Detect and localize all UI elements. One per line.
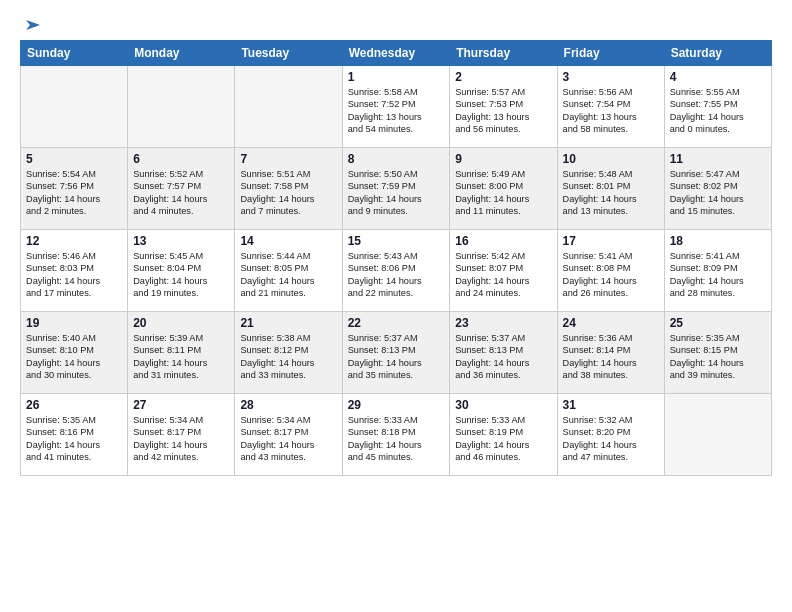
day-info: Sunrise: 5:52 AM Sunset: 7:57 PM Dayligh… bbox=[133, 168, 229, 218]
calendar-cell bbox=[235, 66, 342, 148]
calendar-cell: 7Sunrise: 5:51 AM Sunset: 7:58 PM Daylig… bbox=[235, 148, 342, 230]
day-number: 15 bbox=[348, 234, 445, 248]
calendar-cell: 22Sunrise: 5:37 AM Sunset: 8:13 PM Dayli… bbox=[342, 312, 450, 394]
day-info: Sunrise: 5:54 AM Sunset: 7:56 PM Dayligh… bbox=[26, 168, 122, 218]
day-info: Sunrise: 5:40 AM Sunset: 8:10 PM Dayligh… bbox=[26, 332, 122, 382]
day-info: Sunrise: 5:41 AM Sunset: 8:09 PM Dayligh… bbox=[670, 250, 766, 300]
calendar-cell: 26Sunrise: 5:35 AM Sunset: 8:16 PM Dayli… bbox=[21, 394, 128, 476]
calendar-cell: 1Sunrise: 5:58 AM Sunset: 7:52 PM Daylig… bbox=[342, 66, 450, 148]
calendar-cell: 30Sunrise: 5:33 AM Sunset: 8:19 PM Dayli… bbox=[450, 394, 557, 476]
day-info: Sunrise: 5:34 AM Sunset: 8:17 PM Dayligh… bbox=[133, 414, 229, 464]
day-info: Sunrise: 5:46 AM Sunset: 8:03 PM Dayligh… bbox=[26, 250, 122, 300]
day-info: Sunrise: 5:34 AM Sunset: 8:17 PM Dayligh… bbox=[240, 414, 336, 464]
weekday-header-sunday: Sunday bbox=[21, 41, 128, 66]
calendar-cell: 15Sunrise: 5:43 AM Sunset: 8:06 PM Dayli… bbox=[342, 230, 450, 312]
calendar-cell: 12Sunrise: 5:46 AM Sunset: 8:03 PM Dayli… bbox=[21, 230, 128, 312]
calendar: SundayMondayTuesdayWednesdayThursdayFrid… bbox=[20, 40, 772, 476]
day-number: 6 bbox=[133, 152, 229, 166]
header bbox=[20, 16, 772, 30]
weekday-header-row: SundayMondayTuesdayWednesdayThursdayFrid… bbox=[21, 41, 772, 66]
calendar-cell: 17Sunrise: 5:41 AM Sunset: 8:08 PM Dayli… bbox=[557, 230, 664, 312]
day-number: 2 bbox=[455, 70, 551, 84]
calendar-cell: 20Sunrise: 5:39 AM Sunset: 8:11 PM Dayli… bbox=[128, 312, 235, 394]
day-number: 13 bbox=[133, 234, 229, 248]
weekday-header-monday: Monday bbox=[128, 41, 235, 66]
calendar-cell bbox=[664, 394, 771, 476]
day-number: 12 bbox=[26, 234, 122, 248]
day-number: 7 bbox=[240, 152, 336, 166]
weekday-header-saturday: Saturday bbox=[664, 41, 771, 66]
day-info: Sunrise: 5:48 AM Sunset: 8:01 PM Dayligh… bbox=[563, 168, 659, 218]
calendar-cell: 14Sunrise: 5:44 AM Sunset: 8:05 PM Dayli… bbox=[235, 230, 342, 312]
day-number: 19 bbox=[26, 316, 122, 330]
day-info: Sunrise: 5:33 AM Sunset: 8:19 PM Dayligh… bbox=[455, 414, 551, 464]
calendar-cell: 13Sunrise: 5:45 AM Sunset: 8:04 PM Dayli… bbox=[128, 230, 235, 312]
day-info: Sunrise: 5:45 AM Sunset: 8:04 PM Dayligh… bbox=[133, 250, 229, 300]
day-info: Sunrise: 5:43 AM Sunset: 8:06 PM Dayligh… bbox=[348, 250, 445, 300]
weekday-header-friday: Friday bbox=[557, 41, 664, 66]
day-info: Sunrise: 5:55 AM Sunset: 7:55 PM Dayligh… bbox=[670, 86, 766, 136]
calendar-cell: 2Sunrise: 5:57 AM Sunset: 7:53 PM Daylig… bbox=[450, 66, 557, 148]
day-number: 1 bbox=[348, 70, 445, 84]
calendar-row-2: 5Sunrise: 5:54 AM Sunset: 7:56 PM Daylig… bbox=[21, 148, 772, 230]
day-number: 10 bbox=[563, 152, 659, 166]
day-number: 5 bbox=[26, 152, 122, 166]
day-number: 3 bbox=[563, 70, 659, 84]
day-info: Sunrise: 5:51 AM Sunset: 7:58 PM Dayligh… bbox=[240, 168, 336, 218]
calendar-cell: 28Sunrise: 5:34 AM Sunset: 8:17 PM Dayli… bbox=[235, 394, 342, 476]
day-number: 20 bbox=[133, 316, 229, 330]
day-info: Sunrise: 5:56 AM Sunset: 7:54 PM Dayligh… bbox=[563, 86, 659, 136]
day-info: Sunrise: 5:50 AM Sunset: 7:59 PM Dayligh… bbox=[348, 168, 445, 218]
calendar-cell: 16Sunrise: 5:42 AM Sunset: 8:07 PM Dayli… bbox=[450, 230, 557, 312]
day-number: 4 bbox=[670, 70, 766, 84]
day-number: 31 bbox=[563, 398, 659, 412]
day-number: 25 bbox=[670, 316, 766, 330]
calendar-cell: 4Sunrise: 5:55 AM Sunset: 7:55 PM Daylig… bbox=[664, 66, 771, 148]
logo bbox=[20, 16, 42, 30]
day-info: Sunrise: 5:47 AM Sunset: 8:02 PM Dayligh… bbox=[670, 168, 766, 218]
day-info: Sunrise: 5:38 AM Sunset: 8:12 PM Dayligh… bbox=[240, 332, 336, 382]
calendar-cell: 24Sunrise: 5:36 AM Sunset: 8:14 PM Dayli… bbox=[557, 312, 664, 394]
calendar-cell: 6Sunrise: 5:52 AM Sunset: 7:57 PM Daylig… bbox=[128, 148, 235, 230]
day-number: 21 bbox=[240, 316, 336, 330]
day-info: Sunrise: 5:35 AM Sunset: 8:15 PM Dayligh… bbox=[670, 332, 766, 382]
weekday-header-wednesday: Wednesday bbox=[342, 41, 450, 66]
day-info: Sunrise: 5:57 AM Sunset: 7:53 PM Dayligh… bbox=[455, 86, 551, 136]
day-number: 18 bbox=[670, 234, 766, 248]
calendar-cell: 23Sunrise: 5:37 AM Sunset: 8:13 PM Dayli… bbox=[450, 312, 557, 394]
calendar-cell bbox=[128, 66, 235, 148]
day-number: 27 bbox=[133, 398, 229, 412]
calendar-row-3: 12Sunrise: 5:46 AM Sunset: 8:03 PM Dayli… bbox=[21, 230, 772, 312]
day-info: Sunrise: 5:32 AM Sunset: 8:20 PM Dayligh… bbox=[563, 414, 659, 464]
day-number: 22 bbox=[348, 316, 445, 330]
day-number: 23 bbox=[455, 316, 551, 330]
calendar-cell: 3Sunrise: 5:56 AM Sunset: 7:54 PM Daylig… bbox=[557, 66, 664, 148]
logo-bird-icon bbox=[22, 16, 42, 34]
day-info: Sunrise: 5:39 AM Sunset: 8:11 PM Dayligh… bbox=[133, 332, 229, 382]
day-info: Sunrise: 5:44 AM Sunset: 8:05 PM Dayligh… bbox=[240, 250, 336, 300]
day-info: Sunrise: 5:37 AM Sunset: 8:13 PM Dayligh… bbox=[455, 332, 551, 382]
calendar-cell: 29Sunrise: 5:33 AM Sunset: 8:18 PM Dayli… bbox=[342, 394, 450, 476]
day-number: 24 bbox=[563, 316, 659, 330]
day-info: Sunrise: 5:35 AM Sunset: 8:16 PM Dayligh… bbox=[26, 414, 122, 464]
day-number: 14 bbox=[240, 234, 336, 248]
day-number: 9 bbox=[455, 152, 551, 166]
day-number: 8 bbox=[348, 152, 445, 166]
calendar-cell: 11Sunrise: 5:47 AM Sunset: 8:02 PM Dayli… bbox=[664, 148, 771, 230]
day-info: Sunrise: 5:42 AM Sunset: 8:07 PM Dayligh… bbox=[455, 250, 551, 300]
calendar-cell: 31Sunrise: 5:32 AM Sunset: 8:20 PM Dayli… bbox=[557, 394, 664, 476]
calendar-cell: 8Sunrise: 5:50 AM Sunset: 7:59 PM Daylig… bbox=[342, 148, 450, 230]
weekday-header-thursday: Thursday bbox=[450, 41, 557, 66]
calendar-cell: 19Sunrise: 5:40 AM Sunset: 8:10 PM Dayli… bbox=[21, 312, 128, 394]
calendar-cell: 25Sunrise: 5:35 AM Sunset: 8:15 PM Dayli… bbox=[664, 312, 771, 394]
calendar-cell: 18Sunrise: 5:41 AM Sunset: 8:09 PM Dayli… bbox=[664, 230, 771, 312]
calendar-row-1: 1Sunrise: 5:58 AM Sunset: 7:52 PM Daylig… bbox=[21, 66, 772, 148]
day-info: Sunrise: 5:36 AM Sunset: 8:14 PM Dayligh… bbox=[563, 332, 659, 382]
calendar-row-4: 19Sunrise: 5:40 AM Sunset: 8:10 PM Dayli… bbox=[21, 312, 772, 394]
day-info: Sunrise: 5:41 AM Sunset: 8:08 PM Dayligh… bbox=[563, 250, 659, 300]
day-number: 28 bbox=[240, 398, 336, 412]
day-number: 30 bbox=[455, 398, 551, 412]
calendar-cell: 5Sunrise: 5:54 AM Sunset: 7:56 PM Daylig… bbox=[21, 148, 128, 230]
day-info: Sunrise: 5:49 AM Sunset: 8:00 PM Dayligh… bbox=[455, 168, 551, 218]
day-number: 29 bbox=[348, 398, 445, 412]
